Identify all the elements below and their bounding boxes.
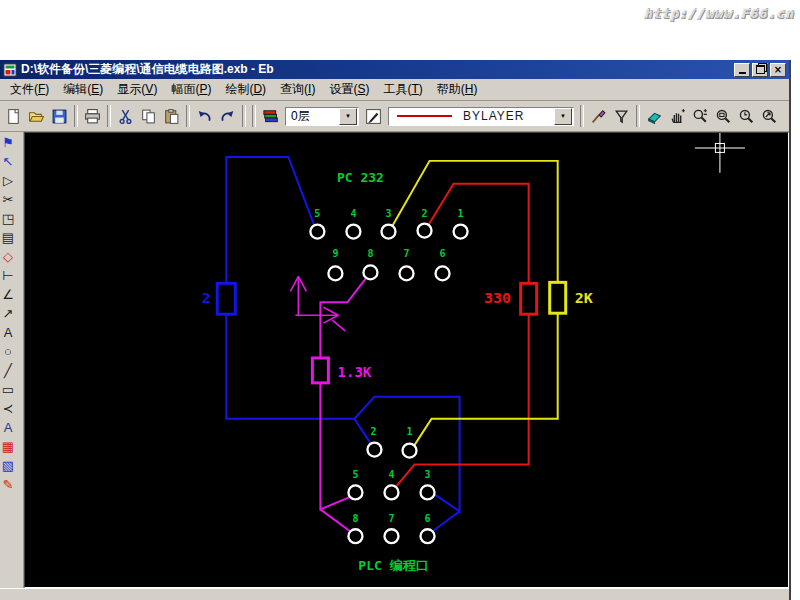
circuit-label: 1.3K [338, 364, 372, 380]
tool-polyline-button[interactable]: ≺ [0, 399, 23, 418]
zoom-window-button[interactable] [712, 105, 735, 128]
menu-item-V[interactable]: 显示(V) [110, 79, 164, 100]
connector-pin [421, 485, 435, 499]
pin-number: 6 [440, 248, 446, 259]
copy-button[interactable] [137, 105, 160, 128]
pan-hand-icon [669, 108, 686, 125]
pin-number: 2 [370, 426, 376, 437]
minimize-button[interactable] [734, 63, 750, 77]
connector-pin [384, 485, 398, 499]
tool-knife-button[interactable]: ✂ [0, 190, 23, 209]
tool-line-button[interactable]: ╱ [0, 361, 23, 380]
close-button[interactable]: × [770, 63, 786, 77]
toolbar-separator [186, 105, 190, 127]
pin-number: 4 [350, 208, 356, 219]
zoom-dynamic-button[interactable] [758, 105, 781, 128]
paste-button[interactable] [160, 105, 183, 128]
pin-number: 5 [314, 208, 320, 219]
tool-circle-button[interactable]: ○ [0, 342, 23, 361]
circuit-label: PC 232 [337, 170, 384, 185]
new-file-button[interactable] [2, 105, 25, 128]
print-icon [84, 108, 101, 125]
filter-icon [613, 108, 630, 125]
restore-button[interactable] [752, 63, 768, 77]
tool-explode-button[interactable]: ✎ [0, 475, 23, 494]
chevron-down-icon[interactable]: ▼ [339, 108, 357, 125]
print-button[interactable] [81, 105, 104, 128]
toolbar-separator [636, 105, 640, 127]
toolbar-separator [107, 105, 111, 127]
pin-number: 8 [352, 513, 358, 524]
zoom-previous-button[interactable] [735, 105, 758, 128]
save-button[interactable] [48, 105, 71, 128]
watermark-url: http://www.F66.cn [645, 6, 795, 21]
chevron-down-icon[interactable]: ▼ [554, 108, 572, 125]
menu-item-F[interactable]: 文件(F) [3, 79, 56, 100]
tool-block-make-button[interactable]: ▦ [0, 437, 23, 456]
tool-leader-button[interactable]: ↗ [0, 304, 23, 323]
connector-pin [384, 529, 398, 543]
wire [320, 382, 351, 509]
toolbar-separator [242, 105, 246, 127]
linestyle-dropdown-value: BYLAYER [458, 109, 554, 123]
axis-marker [323, 315, 338, 323]
menu-item-S[interactable]: 设置(S) [322, 79, 376, 100]
save-icon [51, 108, 68, 125]
filter-button[interactable] [610, 105, 633, 128]
tool-dimension-button[interactable]: ⊢ [0, 266, 23, 285]
tool-pan-view-button[interactable]: ↖ [0, 152, 23, 171]
tool-pointer-button[interactable]: ⚑ [0, 133, 23, 152]
tool-text-style-button[interactable]: A [0, 418, 23, 437]
connector-pin [454, 225, 468, 239]
tool-ole-button[interactable]: ▤ [0, 228, 23, 247]
tool-angle-button[interactable]: ∠ [0, 285, 23, 304]
zoom-dynamic-icon [761, 108, 778, 125]
linestyle-dropdown[interactable]: BYLAYER▼ [388, 107, 574, 126]
menu-item-T[interactable]: 工具(T) [376, 79, 429, 100]
drawing-canvas[interactable]: 54321987621543876PC 232PLC 编程口23302K1.3K [24, 132, 789, 588]
menu-item-D[interactable]: 绘制(D) [218, 79, 273, 100]
tool-diamond-button[interactable]: ◇ [0, 247, 23, 266]
axis-marker [298, 276, 306, 291]
menu-item-I[interactable]: 查询(I) [273, 79, 322, 100]
copy-icon [140, 108, 157, 125]
connector-pin [381, 225, 395, 239]
redo-button[interactable] [216, 105, 239, 128]
pan-hand-button[interactable] [666, 105, 689, 128]
eraser-icon [646, 108, 663, 125]
open-folder-button[interactable] [25, 105, 48, 128]
pin-number: 1 [458, 208, 464, 219]
menu-item-P[interactable]: 幅面(P) [164, 79, 218, 100]
zoom-in-out-button[interactable] [689, 105, 712, 128]
title-bar[interactable]: D:\软件备份\三菱编程\通信电缆电路图.exb - Eb × [0, 60, 789, 79]
cut-button[interactable] [114, 105, 137, 128]
zoom-window-icon [715, 108, 732, 125]
paste-icon [163, 108, 180, 125]
menu-item-H[interactable]: 帮助(H) [430, 79, 485, 100]
layers-button[interactable] [259, 105, 282, 128]
connector-pin [402, 444, 416, 458]
brush-button[interactable] [587, 105, 610, 128]
tool-rect-button[interactable]: ▭ [0, 380, 23, 399]
axis-marker [323, 307, 338, 315]
axis-marker [332, 320, 345, 331]
layer-dropdown[interactable]: 0层▼ [285, 107, 359, 126]
line-color-button[interactable] [362, 105, 385, 128]
tool-block-insert-button[interactable]: ▧ [0, 456, 23, 475]
pin-number: 4 [388, 470, 394, 481]
new-file-icon [5, 108, 22, 125]
connector-pin [421, 529, 435, 543]
layer-dropdown-value: 0层 [286, 108, 339, 125]
resistor [217, 283, 235, 314]
eraser-button[interactable] [643, 105, 666, 128]
circuit-drawing: 54321987621543876PC 232PLC 编程口23302K1.3K [25, 133, 788, 587]
menu-item-E[interactable]: 编辑(E) [56, 79, 110, 100]
zoom-in-out-icon [692, 108, 709, 125]
pin-number: 9 [332, 248, 338, 259]
tool-pick-button[interactable]: ▷ [0, 171, 23, 190]
tool-text-button[interactable]: A [0, 323, 23, 342]
tool-solid-button[interactable]: ◳ [0, 209, 23, 228]
undo-button[interactable] [193, 105, 216, 128]
toolbar-separator [252, 105, 256, 127]
circuit-label: PLC 编程口 [358, 558, 428, 573]
